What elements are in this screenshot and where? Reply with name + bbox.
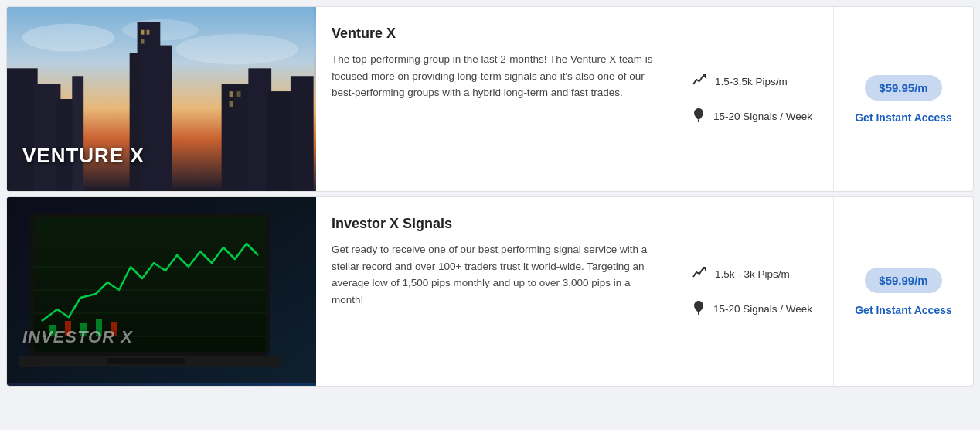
investor-x-description: Investor X Signals Get ready to receive … — [316, 197, 679, 386]
svg-rect-9 — [130, 53, 141, 192]
svg-rect-11 — [222, 84, 253, 191]
venture-x-signals-text: 15-20 Signals / Week — [713, 111, 812, 122]
venture-x-image: VENTURE X — [7, 7, 316, 191]
venture-x-cta[interactable]: Get Instant Access — [855, 111, 952, 124]
svg-rect-21 — [698, 120, 699, 122]
venture-x-description: Venture X The top-performing group in th… — [316, 7, 679, 191]
investor-x-cta[interactable]: Get Instant Access — [855, 304, 952, 316]
venture-x-stat1: 1.5-3.5k Pips/m — [692, 72, 821, 91]
investor-x-stat1: 1.5k - 3k Pips/m — [692, 264, 821, 284]
svg-rect-19 — [236, 91, 240, 97]
svg-rect-35 — [107, 358, 185, 364]
venture-x-action: $59.95/m Get Instant Access — [834, 7, 973, 191]
venture-x-stats: 1.5-3.5k Pips/m 15-20 Signals / Week — [679, 7, 834, 191]
svg-rect-5 — [34, 84, 61, 191]
svg-point-2 — [175, 34, 298, 65]
investor-x-signals-text: 15-20 Signals / Week — [713, 303, 812, 315]
investor-x-stat2: 15-20 Signals / Week — [692, 299, 821, 319]
svg-rect-13 — [267, 91, 294, 191]
svg-rect-18 — [230, 91, 233, 97]
investor-x-title: Investor X Signals — [332, 216, 663, 232]
venture-x-price: $59.95/m — [865, 75, 941, 101]
investor-x-image: INVESTOR X — [7, 197, 316, 386]
investor-x-card: INVESTOR X Investor X Signals Get ready … — [6, 196, 974, 387]
investor-x-price: $59.99/m — [865, 268, 941, 293]
svg-rect-4 — [7, 68, 38, 191]
svg-point-1 — [22, 24, 114, 52]
investor-x-stats: 1.5k - 3k Pips/m 15-20 Signals / Week — [679, 197, 834, 386]
svg-rect-7 — [72, 76, 83, 191]
svg-rect-36 — [698, 312, 699, 315]
investor-x-image-label: INVESTOR X — [22, 327, 133, 347]
svg-rect-15 — [141, 30, 145, 35]
signals-icon-2 — [692, 299, 706, 319]
svg-rect-10 — [156, 46, 172, 191]
pips-icon-2 — [692, 264, 707, 284]
venture-x-title: Venture X — [332, 26, 663, 42]
venture-x-pips-text: 1.5-3.5k Pips/m — [715, 76, 788, 87]
signals-icon — [692, 107, 706, 126]
venture-x-text: The top-performing group in the last 2-m… — [332, 51, 663, 101]
venture-x-image-label: VENTURE X — [22, 144, 145, 168]
svg-rect-14 — [291, 76, 314, 191]
venture-x-card: VENTURE X Venture X The top-performing g… — [6, 6, 974, 192]
venture-x-stat2: 15-20 Signals / Week — [692, 107, 821, 126]
pips-icon — [692, 72, 707, 91]
investor-x-text: Get ready to receive one of our best per… — [332, 241, 663, 308]
svg-rect-17 — [141, 39, 145, 44]
svg-rect-20 — [230, 101, 233, 107]
investor-x-action: $59.99/m Get Instant Access — [834, 197, 973, 386]
svg-rect-16 — [146, 30, 149, 35]
investor-x-pips-text: 1.5k - 3k Pips/m — [715, 268, 790, 280]
